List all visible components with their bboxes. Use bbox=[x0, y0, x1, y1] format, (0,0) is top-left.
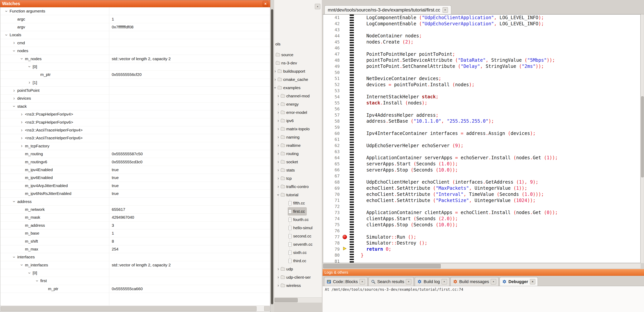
tree-item-matrix-topolo[interactable]: ›matrix-topolo bbox=[276, 125, 310, 133]
scrollbar-thumb[interactable] bbox=[323, 264, 441, 268]
line-number[interactable]: 64 bbox=[323, 156, 341, 160]
watch-row[interactable]: m_ptr0x5555555ca660 bbox=[0, 285, 270, 293]
line-number[interactable]: 81 bbox=[323, 259, 341, 263]
code-line[interactable]: 50 bbox=[323, 69, 640, 76]
line-number[interactable]: 74 bbox=[323, 216, 341, 221]
tree-item-socket[interactable]: ›socket bbox=[276, 158, 298, 166]
line-number[interactable]: 56 bbox=[323, 107, 341, 111]
code-line[interactable]: 72 bbox=[323, 203, 640, 210]
line-number[interactable]: 66 bbox=[323, 167, 341, 172]
code-line[interactable]: 49 pointToPoint.SetChannelAttribute ("De… bbox=[323, 63, 640, 69]
code-line[interactable]: 45 nodes.Create (2); bbox=[323, 39, 640, 45]
code-line[interactable]: 46 bbox=[323, 45, 640, 51]
tree-item-realtime[interactable]: ›realtime bbox=[276, 142, 301, 149]
tree-item-cmake-cache[interactable]: ›cmake_cache bbox=[274, 76, 308, 83]
line-number[interactable]: 73 bbox=[323, 210, 341, 215]
watch-row[interactable]: m_ipv6Enabledtrue bbox=[0, 174, 270, 182]
code-line[interactable]: 78 Simulator::Destroy (); bbox=[323, 240, 640, 246]
line-number[interactable]: 72 bbox=[323, 204, 341, 209]
code-line[interactable]: 60 Ipv4InterfaceContainer interfaces = a… bbox=[323, 130, 640, 137]
watch-row[interactable]: ›nodes bbox=[0, 47, 270, 55]
code-line[interactable]: 42 LogComponentEnable ("UdpEchoServerApp… bbox=[323, 21, 640, 27]
code-line[interactable]: 47 PointToPointHelper pointToPoint; bbox=[323, 51, 640, 57]
line-number[interactable]: 70 bbox=[323, 192, 341, 197]
code-area[interactable]: 41 LogComponentEnable ("UdpEchoClientApp… bbox=[323, 14, 640, 263]
watch-row[interactable]: ›first bbox=[0, 277, 270, 285]
line-number[interactable]: 46 bbox=[323, 46, 341, 50]
tree-item-udp[interactable]: ›udp bbox=[276, 265, 293, 273]
expand-icon[interactable]: › bbox=[18, 144, 25, 148]
watch-row[interactable]: ›<ns3::AsciiTraceHelperForIpv4> bbox=[0, 126, 270, 134]
watch-row[interactable]: ›interfaces bbox=[0, 253, 270, 261]
line-number[interactable]: 61 bbox=[323, 137, 341, 142]
code-line[interactable]: 41 LogComponentEnable ("UdpEchoClientApp… bbox=[323, 14, 640, 21]
line-number[interactable]: 69 bbox=[323, 186, 341, 191]
tree-item-routing[interactable]: ›routing bbox=[276, 150, 298, 157]
tree-item-traffic-contro[interactable]: ›traffic-contro bbox=[276, 183, 308, 190]
line-number[interactable]: 41 bbox=[323, 15, 341, 20]
watch-row[interactable]: ›address bbox=[0, 198, 270, 205]
code-line[interactable]: 63 bbox=[323, 149, 640, 155]
watch-row[interactable]: m_mask4294967040 bbox=[0, 213, 270, 221]
watches-hscrollbar[interactable] bbox=[0, 306, 270, 312]
expand-icon[interactable]: › bbox=[276, 152, 280, 156]
tree-item-sixth-cc[interactable]: sixth.cc bbox=[288, 249, 307, 256]
expand-icon[interactable]: › bbox=[276, 127, 280, 131]
line-number[interactable]: 50 bbox=[323, 70, 341, 75]
code-line[interactable]: 79 return 0; bbox=[323, 246, 640, 252]
line-number[interactable]: 51 bbox=[323, 76, 341, 81]
expand-icon[interactable]: › bbox=[274, 77, 277, 82]
expand-icon[interactable]: › bbox=[276, 143, 280, 148]
collapse-icon[interactable]: › bbox=[4, 32, 9, 38]
watch-row[interactable]: argv0x7fffffffdf08 bbox=[0, 23, 270, 31]
close-icon[interactable]: × bbox=[263, 1, 268, 6]
tree-item-buildsupport[interactable]: ›buildsupport bbox=[274, 67, 305, 75]
line-number[interactable]: 43 bbox=[323, 27, 341, 32]
tree-item-seventh-cc[interactable]: seventh.cc bbox=[288, 241, 312, 248]
tree-item-second-cc[interactable]: second.cc bbox=[288, 232, 312, 240]
code-line[interactable]: 81 bbox=[323, 258, 640, 263]
line-number[interactable]: 71 bbox=[323, 198, 341, 203]
line-number[interactable]: 59 bbox=[323, 125, 341, 130]
tree-item-source[interactable]: source bbox=[275, 51, 294, 59]
line-number[interactable]: 62 bbox=[323, 143, 341, 148]
tree-item-energy[interactable]: ›energy bbox=[276, 100, 298, 108]
collapse-icon[interactable]: › bbox=[20, 262, 24, 268]
line-number[interactable]: 78 bbox=[323, 241, 341, 246]
line-number[interactable]: 63 bbox=[323, 149, 341, 154]
fold-margin[interactable] bbox=[350, 14, 354, 263]
code-line[interactable]: 59 bbox=[323, 124, 640, 130]
watch-row[interactable]: ›[0] bbox=[0, 269, 270, 277]
tree-item-examples[interactable]: ›examples bbox=[274, 84, 300, 92]
line-number[interactable]: 57 bbox=[323, 113, 341, 118]
watch-row[interactable]: ›Locals bbox=[0, 31, 270, 39]
line-number[interactable]: 44 bbox=[323, 33, 341, 38]
tree-item-stats[interactable]: ›stats bbox=[276, 166, 295, 174]
close-icon[interactable]: × bbox=[442, 7, 448, 13]
expand-icon[interactable]: › bbox=[276, 284, 280, 288]
expand-icon[interactable]: › bbox=[276, 110, 280, 115]
watch-row[interactable]: m_routingv60x5555555cd3c0 bbox=[0, 158, 270, 166]
collapse-icon[interactable]: › bbox=[35, 278, 39, 284]
line-number[interactable]: 49 bbox=[323, 64, 341, 69]
line-number[interactable]: 77 bbox=[323, 235, 341, 239]
code-line[interactable]: 71 echoClient.SetAttribute ("PacketSize"… bbox=[323, 197, 640, 203]
expand-icon[interactable]: › bbox=[26, 80, 33, 85]
logs-tab-code-blocks[interactable]: Code::Blocks× bbox=[324, 277, 368, 286]
line-number[interactable]: 54 bbox=[323, 95, 341, 99]
line-number[interactable]: 45 bbox=[323, 40, 341, 44]
watch-row[interactable]: m_routing0x555555587c50 bbox=[0, 150, 270, 158]
expand-icon[interactable]: › bbox=[276, 184, 280, 189]
line-number[interactable]: 53 bbox=[323, 88, 341, 93]
expand-icon[interactable]: › bbox=[11, 41, 17, 45]
code-line[interactable]: 73 ApplicationContainer clientApps = ech… bbox=[323, 210, 640, 216]
breakpoint-icon[interactable] bbox=[342, 235, 347, 239]
collapse-icon[interactable]: › bbox=[12, 254, 16, 260]
watch-row[interactable]: m_network655617 bbox=[0, 206, 270, 213]
tree-item-naming[interactable]: ›naming bbox=[276, 133, 300, 141]
line-number[interactable]: 42 bbox=[323, 21, 341, 26]
close-icon[interactable]: × bbox=[406, 279, 411, 284]
code-line[interactable]: 61 bbox=[323, 137, 640, 143]
expand-icon[interactable]: › bbox=[276, 119, 280, 123]
line-number[interactable]: 55 bbox=[323, 101, 341, 105]
